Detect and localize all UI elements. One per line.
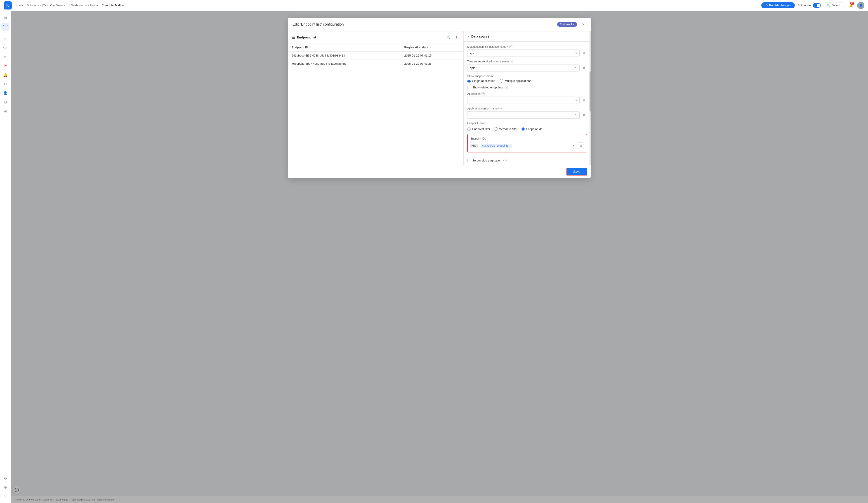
endpoint-id-cell[interactable]: 7089bca3-8be7-4c52-adb4-f84a9c7a84bc xyxy=(288,60,401,68)
column-endpoint-id[interactable]: Endpoint ID ↕ xyxy=(288,43,401,52)
connect-icon: ⊙ xyxy=(4,82,7,86)
layers-icon: ⊟ xyxy=(4,100,7,104)
sidebar-item-code[interactable]: <> xyxy=(1,44,10,52)
modal-footer: Save xyxy=(288,165,434,178)
modal-body: Endpoint list 🔍 ⬇ Endpoint ID xyxy=(288,31,434,165)
breadcrumb-current: Chevrolet Malibu xyxy=(102,4,124,7)
breadcrumb-solutions[interactable]: Solutions xyxy=(27,4,39,7)
breadcrumb: Home / Solutions / [Test] Car Sensor... … xyxy=(16,4,434,7)
breadcrumb-sep-2: / xyxy=(69,4,70,7)
left-panel: Endpoint list 🔍 ⬇ Endpoint ID xyxy=(288,31,434,165)
breadcrumb-sep-0: / xyxy=(25,4,25,7)
column-label-registration-date: Registration date xyxy=(404,46,428,49)
endpoint-id-cell[interactable]: 541abbcb-3f55-4088-b5c4-fc301f988413 xyxy=(288,52,401,60)
endpoint-table: Endpoint ID ↕ Registration date ↕ xyxy=(288,43,434,68)
sort-icon-endpoint-id: ↕ xyxy=(310,47,311,49)
breadcrumb-sep-4: / xyxy=(100,4,100,7)
modal-overlay[interactable]: Edit "Endpoint list" configuration Endpo… xyxy=(11,11,434,252)
sidebar-item-brush[interactable]: ✏ xyxy=(1,53,10,61)
brush-icon: ✏ xyxy=(4,55,7,59)
sidebar-item-apps[interactable]: ⋮⋮ xyxy=(1,23,10,31)
table-container: Endpoint ID ↕ Registration date ↕ xyxy=(288,43,434,165)
sidebar-item-layers[interactable]: ⊟ xyxy=(1,98,10,106)
breadcrumb-car-sensor[interactable]: [Test] Car Sensor... xyxy=(42,4,68,7)
sidebar: ⊞ ⋮⋮ ⌾ <> ✏ ⚑ 🔔 ⊙ 👤 ⊟ ▣ ⚙ ⊕ ? xyxy=(0,11,11,252)
sidebar-item-connect[interactable]: ⊙ xyxy=(1,80,10,88)
apps-icon: ⋮⋮ xyxy=(2,25,9,29)
box-icon: ▣ xyxy=(3,109,7,113)
sidebar-item-box[interactable]: ▣ xyxy=(1,107,10,115)
table-row[interactable]: 541abbcb-3f55-4088-b5c4-fc301f988413 202… xyxy=(288,52,434,60)
sidebar-item-grid[interactable]: ⊞ xyxy=(1,13,10,22)
code-icon: <> xyxy=(3,46,8,50)
panel-left-header: Endpoint list 🔍 ⬇ xyxy=(288,31,434,43)
network-icon: ⌾ xyxy=(4,37,7,41)
column-label-endpoint-id: Endpoint ID xyxy=(292,46,308,49)
breadcrumb-home[interactable]: Home xyxy=(16,4,23,7)
svg-rect-2 xyxy=(292,38,295,39)
breadcrumb-sep-1: / xyxy=(40,4,41,7)
flag-icon: ⚑ xyxy=(4,64,7,68)
app-logo[interactable]: K xyxy=(3,1,12,10)
sidebar-item-network[interactable]: ⌾ xyxy=(1,34,10,43)
bell-icon: 🔔 xyxy=(3,73,8,77)
column-registration-date[interactable]: Registration date ↕ xyxy=(401,43,434,52)
navbar: K Home / Solutions / [Test] Car Sensor..… xyxy=(0,0,434,11)
table-row[interactable]: 7089bca3-8be7-4c52-adb4-f84a9c7a84bc 202… xyxy=(288,60,434,68)
list-icon xyxy=(292,35,295,39)
grid-icon: ⊞ xyxy=(4,16,7,20)
breadcrumb-sep-3: / xyxy=(88,4,89,7)
registration-date-cell: 2025-01-22 07:41:25 xyxy=(401,60,434,68)
sidebar-item-bell[interactable]: 🔔 xyxy=(1,71,10,79)
person-icon: 👤 xyxy=(3,91,8,95)
panel-left-title: Endpoint list xyxy=(297,35,434,39)
modal: Edit "Endpoint list" configuration Endpo… xyxy=(288,18,434,178)
sort-icon-registration-date: ↕ xyxy=(430,47,431,49)
svg-rect-0 xyxy=(292,36,295,37)
logo-icon: K xyxy=(6,3,9,8)
registration-date-cell: 2025-01-22 07:41:15 xyxy=(401,52,434,60)
sidebar-item-flag[interactable]: ⚑ xyxy=(1,62,10,70)
sidebar-item-person[interactable]: 👤 xyxy=(1,89,10,97)
breadcrumb-home-dash[interactable]: Home xyxy=(90,4,98,7)
breadcrumb-dashboards[interactable]: Dashboards xyxy=(71,4,87,7)
modal-title: Edit "Endpoint list" configuration xyxy=(292,22,434,27)
modal-header: Edit "Endpoint list" configuration Endpo… xyxy=(288,18,434,31)
svg-rect-1 xyxy=(292,37,295,38)
